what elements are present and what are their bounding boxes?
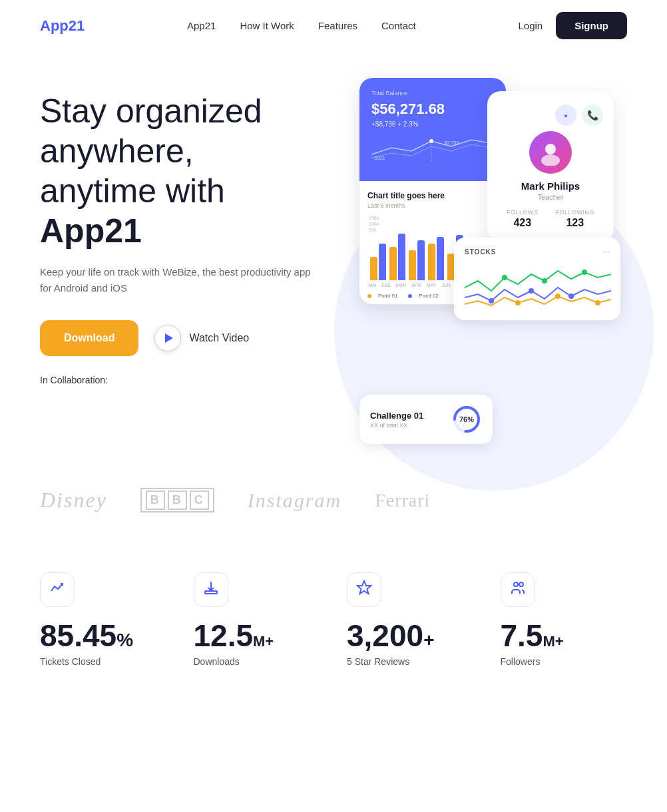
card-sub: +$8,736 + 2.3% (371, 120, 494, 128)
profile-name: Mark Philips (498, 180, 603, 192)
stat-desc-1: Tickets Closed (40, 656, 167, 667)
stat-tickets: 85.45% Tickets Closed (40, 572, 167, 667)
stat-icon-box-3 (347, 572, 381, 607)
progress-ring: 76% (451, 404, 482, 435)
collab-label: In Collaboration: (40, 375, 320, 385)
follows-label: FOLLOWS (507, 209, 539, 216)
stat-desc-4: Followers (501, 656, 628, 667)
svg-point-6 (545, 144, 556, 154)
stat-number-3: 3,200+ (347, 620, 474, 651)
svg-point-13 (568, 294, 574, 299)
logo-number: 21 (69, 17, 85, 34)
collab-logos: Disney B B C Instagram Ferrari (40, 488, 627, 512)
nav-app21[interactable]: App21 (187, 20, 216, 31)
stats-section: 85.45% Tickets Closed 12.5M+ Downloads (0, 532, 667, 694)
stat-reviews: 3,200+ 5 Star Reviews (347, 572, 474, 667)
bbc-logo: B B C (140, 488, 214, 512)
navbar: App21 App21 How It Work Features Contact… (0, 0, 667, 51)
challenge-title: Challenge 01 (370, 411, 423, 421)
logo-text: App (40, 17, 69, 34)
hero-subtitle: Keep your life on track with WeBize, the… (40, 264, 320, 296)
profile-stats: FOLLOWS 423 FOLLOWING 123 (498, 209, 603, 229)
svg-rect-17 (205, 591, 217, 594)
svg-text:$921: $921 (375, 156, 385, 160)
svg-point-15 (555, 294, 560, 299)
svg-point-19 (514, 582, 518, 586)
following-label: FOLLOWING (555, 209, 594, 216)
card-amount-label: Total Balance (371, 90, 494, 97)
stat-desc-3: 5 Star Reviews (347, 656, 474, 667)
stat-icon-box-4 (501, 572, 535, 607)
chart-sub: Last 6 months (367, 202, 498, 209)
logo[interactable]: App21 (40, 17, 85, 35)
stat-number-4: 7.5M+ (501, 620, 628, 651)
svg-point-16 (595, 300, 600, 305)
stat-icon-box-1 (40, 572, 75, 607)
progress-text: 76% (459, 415, 474, 423)
challenge-subtitle: XX of total XX (370, 422, 423, 429)
play-icon (165, 333, 173, 343)
profile-icon-green: 📞 (582, 104, 603, 126)
avatar-icon (537, 139, 564, 166)
svg-text:$2,736: $2,736 (445, 140, 459, 145)
star-icon (356, 580, 372, 600)
svg-point-9 (542, 278, 547, 284)
profile-icon-blue: ● (555, 104, 576, 126)
svg-point-10 (582, 270, 587, 275)
svg-point-12 (529, 288, 534, 294)
legend-point1: Point 01 (378, 293, 397, 299)
trend-icon (49, 580, 65, 600)
nav-contact[interactable]: Contact (381, 20, 416, 31)
nav-features[interactable]: Features (318, 20, 357, 31)
svg-point-8 (502, 275, 507, 280)
stat-icon-box-2 (194, 572, 228, 607)
nav-how-it-work[interactable]: How It Work (240, 20, 294, 31)
challenge-card: Challenge 01 XX of total XX 76% (359, 395, 493, 444)
collab-section: Disney B B C Instagram Ferrari (0, 464, 667, 532)
follows-stat: FOLLOWS 423 (507, 209, 539, 229)
download-icon (203, 580, 219, 600)
follows-value: 423 (507, 217, 539, 229)
download-button[interactable]: Download (40, 320, 138, 356)
following-value: 123 (555, 217, 594, 229)
hero-title: Stay organized anywhere, anytime with Ap… (40, 91, 320, 251)
profile-role: Teacher (498, 193, 603, 201)
hero-section: Stay organized anywhere, anytime with Ap… (0, 51, 667, 464)
following-stat: FOLLOWING 123 (555, 209, 594, 229)
stat-desc-2: Downloads (194, 656, 321, 667)
stocks-card: STOCKS ··· (454, 238, 620, 320)
nav-links: App21 How It Work Features Contact (187, 20, 416, 31)
legend-point2: Point 02 (419, 293, 438, 299)
hero-visuals: Total Balance $56,271.68 +$8,736 + 2.3% … (346, 78, 627, 451)
profile-card: ● 📞 Mark Philips Teacher FOLLOWS 423 (487, 91, 614, 242)
profile-icons: ● 📞 (498, 104, 603, 126)
login-button[interactable]: Login (518, 20, 543, 31)
card-amount: $56,271.68 (371, 101, 494, 118)
watch-video-button[interactable]: Watch Video (154, 325, 249, 351)
stocks-header: STOCKS ··· (465, 247, 610, 256)
svg-point-11 (489, 298, 494, 304)
stocks-chart (465, 264, 610, 311)
avatar (529, 131, 572, 174)
hero-buttons: Download Watch Video (40, 320, 320, 356)
svg-point-20 (519, 582, 523, 586)
stat-downloads: 12.5M+ Downloads (194, 572, 321, 667)
stat-followers: 7.5M+ Followers (501, 572, 628, 667)
card-header: Total Balance $56,271.68 +$8,736 + 2.3% … (359, 78, 506, 181)
signup-button[interactable]: Signup (556, 12, 627, 39)
stocks-title: STOCKS (465, 248, 497, 256)
stat-number-2: 12.5M+ (194, 620, 321, 651)
stocks-menu[interactable]: ··· (603, 247, 610, 256)
chart-title: Chart title goes here (367, 191, 445, 200)
header-wave-chart: $921 $2,736 (371, 134, 498, 161)
svg-marker-18 (357, 581, 371, 594)
play-circle (154, 325, 181, 351)
ferrari-logo: Ferrari (375, 490, 430, 511)
disney-logo: Disney (40, 488, 107, 512)
instagram-logo: Instagram (248, 489, 341, 512)
hero-text: Stay organized anywhere, anytime with Ap… (40, 78, 320, 385)
svg-point-7 (541, 154, 560, 166)
challenge-info: Challenge 01 XX of total XX (370, 411, 423, 429)
svg-point-14 (515, 300, 521, 305)
nav-actions: Login Signup (518, 12, 627, 39)
